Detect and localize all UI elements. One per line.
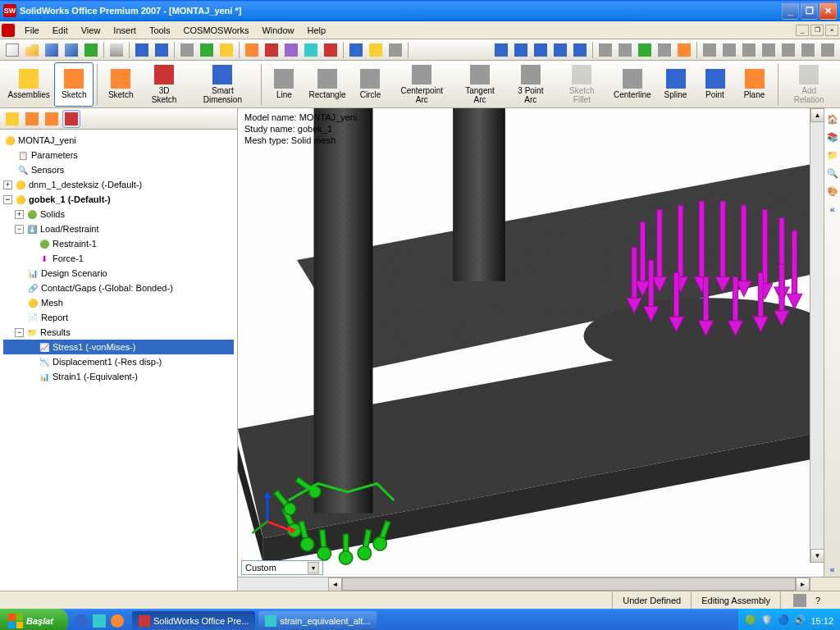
hlr-button[interactable] [740, 41, 758, 59]
tree-contact[interactable]: 🔗Contact/Gaps (-Global: Bonded-) [3, 281, 234, 295]
redo-button[interactable] [153, 41, 171, 59]
rotate-button[interactable] [551, 41, 569, 59]
pan-button[interactable] [571, 41, 589, 59]
mdi-restore[interactable]: ❐ [810, 25, 824, 36]
edrawings-button[interactable] [262, 41, 281, 59]
shadededge-button[interactable] [779, 41, 797, 59]
perspective-button[interactable] [819, 41, 837, 59]
point-button[interactable]: Point [696, 62, 735, 107]
photoworks-button[interactable] [302, 41, 320, 59]
tree-displacement1[interactable]: 📉Displacement1 (-Res disp-) [3, 354, 234, 369]
shaded-button[interactable] [636, 41, 654, 59]
scroll-left-button[interactable]: ◄ [328, 578, 342, 591]
ie-icon[interactable] [73, 613, 89, 629]
task-solidworks[interactable]: SolidWorks Office Pre... [132, 611, 255, 630]
sketch-button[interactable]: Sketch [101, 62, 140, 107]
shadow-button[interactable] [799, 41, 817, 59]
close-button[interactable]: ✕ [819, 2, 837, 20]
scroll-up-button[interactable]: ▲ [810, 108, 824, 122]
options-button[interactable] [217, 41, 235, 59]
explorer-icon[interactable]: 🔍 [825, 166, 840, 180]
mdi-minimize[interactable]: _ [796, 25, 809, 36]
tree-mesh[interactable]: 🟡Mesh [3, 295, 234, 310]
shaded2-button[interactable] [760, 41, 778, 59]
menu-help[interactable]: Help [301, 24, 333, 37]
cosmos-tab[interactable] [62, 110, 80, 128]
zoom-area-button[interactable] [512, 41, 530, 59]
menu-file[interactable]: File [18, 24, 46, 37]
tree-design-scenario[interactable]: 📊Design Scenario [3, 266, 234, 281]
menu-window[interactable]: Window [255, 24, 300, 37]
rectangle-button[interactable]: Rectangle [304, 62, 350, 107]
view-norm-button[interactable] [616, 41, 634, 59]
tree-parameters[interactable]: 📋Parameters [3, 148, 234, 162]
start-button[interactable]: Başlat [0, 609, 68, 630]
reload-button[interactable] [82, 41, 100, 59]
status-icon1[interactable] [791, 591, 809, 609]
print-button[interactable] [107, 41, 126, 59]
zoom-fit-button[interactable] [492, 41, 510, 59]
section-button[interactable] [675, 41, 693, 59]
tree-dnm[interactable]: +🟡dnm_1_desteksiz (-Default-) [3, 177, 234, 192]
publish-button[interactable] [347, 41, 365, 59]
tray-icon[interactable]: 🟢 [745, 614, 758, 628]
plane-button[interactable]: Plane [735, 62, 774, 107]
collapse-icon[interactable]: − [3, 195, 12, 204]
vertical-scrollbar[interactable]: ▲ ▼ [810, 108, 824, 563]
status-help-icon[interactable]: ? [809, 591, 827, 609]
desktop-icon[interactable] [91, 613, 107, 629]
tree-sensors[interactable]: 🔍Sensors [3, 162, 234, 177]
tree-gobek[interactable]: −🟡gobek_1 (-Default-) [3, 192, 234, 207]
undo-button[interactable] [133, 41, 151, 59]
3d-sketch-button[interactable]: 3D Sketch [140, 62, 188, 107]
new-button[interactable] [3, 41, 21, 59]
horizontal-scrollbar[interactable]: ◄ ► [238, 577, 840, 591]
library-icon[interactable]: 📁 [825, 148, 840, 162]
assemblies-button[interactable]: Assemblies [3, 62, 54, 107]
tree-strain1[interactable]: 📊Strain1 (-Equivalent-) [3, 369, 234, 384]
open-button[interactable] [23, 41, 41, 59]
select-button[interactable] [178, 41, 196, 59]
sketch-tab[interactable]: Sketch [54, 62, 94, 107]
collapse-icon[interactable]: « [825, 202, 840, 217]
tree-force1[interactable]: ⬇Force-1 [3, 251, 234, 266]
toolbox-button[interactable] [243, 41, 261, 59]
expand-icon[interactable]: « [825, 562, 840, 577]
scroll-right-button[interactable]: ► [796, 578, 810, 591]
mdi-close[interactable]: × [825, 25, 838, 36]
tray-speaker-icon[interactable]: 🔊 [794, 614, 807, 628]
home-icon[interactable]: 🏠 [825, 112, 840, 126]
menu-view[interactable]: View [75, 24, 107, 37]
config-tab[interactable] [43, 110, 61, 128]
tree-report[interactable]: 📄Report [3, 310, 234, 325]
centerpoint-arc-button[interactable]: Centerpoint Arc [390, 62, 454, 107]
zoom-inout-button[interactable] [532, 41, 550, 59]
spline-button[interactable]: Spline [656, 62, 696, 107]
property-tab[interactable] [23, 110, 41, 128]
menu-tools[interactable]: Tools [143, 24, 177, 37]
hlv-button[interactable] [720, 41, 738, 59]
3point-arc-button[interactable]: 3 Point Arc [506, 62, 555, 107]
circle-button[interactable]: Circle [350, 62, 390, 107]
tray-shield-icon[interactable]: 🛡️ [761, 614, 774, 628]
dropdown-button[interactable] [386, 41, 404, 59]
view-orient-button[interactable] [596, 41, 614, 59]
hidden-button[interactable] [655, 41, 673, 59]
view-mode-dropdown[interactable]: Custom ▼ [241, 560, 323, 575]
task-strain[interactable]: strain_equivalent_alt... [258, 611, 377, 630]
menu-edit[interactable]: Edit [46, 24, 75, 37]
3d-button[interactable] [322, 41, 340, 59]
sketch-fillet-button[interactable]: Sketch Fillet [555, 62, 609, 107]
tray-icon[interactable]: 🔵 [778, 614, 791, 628]
minimize-button[interactable]: _ [782, 2, 799, 20]
feature-tree-tab[interactable] [3, 110, 21, 128]
menu-insert[interactable]: Insert [107, 24, 143, 37]
animator-button[interactable] [282, 41, 300, 59]
smart-dimension-button[interactable]: Smart Dimension [188, 62, 257, 107]
palette-icon[interactable]: 🎨 [825, 184, 840, 199]
tree-stress1[interactable]: 📈Stress1 (-vonMises-) [3, 340, 234, 354]
tree-load-restraint[interactable]: −⬇️Load/Restraint [3, 221, 234, 236]
media-icon[interactable] [109, 613, 126, 629]
rebuild-button[interactable] [198, 41, 216, 59]
tree-restraint1[interactable]: 🟢Restraint-1 [3, 236, 234, 251]
